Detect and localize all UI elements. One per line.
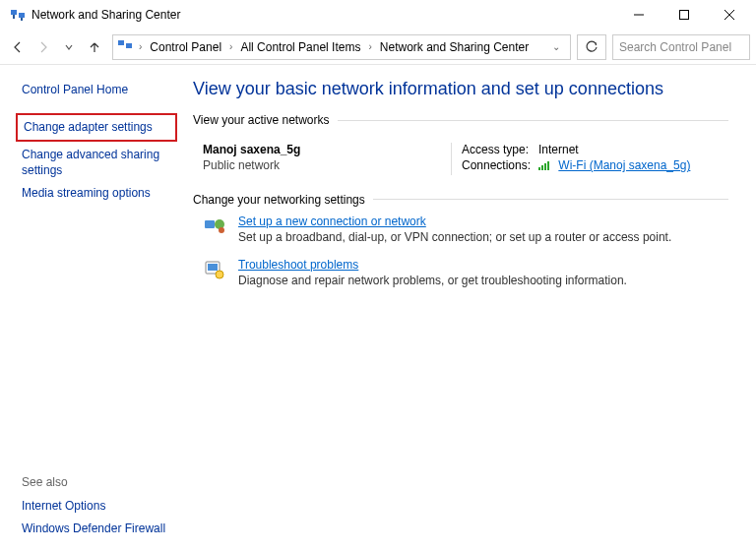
troubleshoot-icon: [203, 258, 226, 281]
active-network: Manoj saxena_5g Public network Access ty…: [193, 131, 728, 193]
forward-button[interactable]: [32, 35, 55, 59]
chevron-right-icon[interactable]: ›: [137, 41, 144, 52]
svg-point-21: [216, 271, 223, 278]
window-title: Network and Sharing Center: [32, 8, 616, 22]
sidebar-link-sharing[interactable]: Change advanced sharing settings: [22, 144, 171, 183]
search-box[interactable]: [612, 34, 750, 60]
network-name: Manoj saxena_5g: [203, 143, 451, 156]
breadcrumb-item[interactable]: All Control Panel Items: [238, 40, 362, 54]
address-dropdown[interactable]: ⌄: [546, 41, 566, 52]
active-networks-text: View your active networks: [193, 113, 330, 127]
chevron-right-icon[interactable]: ›: [227, 41, 234, 52]
setting-setup-connection: Set up a new connection or network Set u…: [193, 211, 728, 254]
access-type-label: Access type:: [462, 143, 538, 156]
svg-rect-1: [19, 13, 25, 18]
svg-rect-0: [11, 10, 17, 15]
address-icon: [117, 37, 133, 56]
connection-icon: [203, 215, 226, 238]
up-button[interactable]: [83, 35, 106, 59]
sidebar-link-media[interactable]: Media streaming options: [22, 182, 171, 205]
see-also-firewall[interactable]: Windows Defender Firewall: [22, 518, 171, 540]
content: Control Panel Home Change adapter settin…: [0, 65, 756, 552]
network-type: Public network: [203, 158, 451, 172]
setup-connection-link[interactable]: Set up a new connection or network: [238, 215, 426, 228]
connections-label: Connections:: [462, 158, 538, 173]
svg-rect-13: [541, 165, 543, 170]
app-icon: [10, 7, 26, 23]
sidebar-home[interactable]: Control Panel Home: [22, 79, 171, 101]
breadcrumb-item[interactable]: Control Panel: [148, 40, 223, 54]
connection-link[interactable]: Wi-Fi (Manoj saxena_5g): [558, 158, 690, 172]
main-panel: View your basic network information and …: [183, 65, 756, 552]
search-input[interactable]: [619, 40, 756, 54]
sidebar: Control Panel Home Change adapter settin…: [0, 65, 183, 552]
svg-rect-12: [538, 167, 540, 170]
svg-rect-16: [205, 220, 215, 228]
svg-rect-14: [544, 163, 546, 170]
setting-troubleshoot: Troubleshoot problems Diagnose and repai…: [193, 254, 728, 297]
recent-dropdown[interactable]: [57, 35, 81, 59]
svg-rect-9: [126, 43, 132, 48]
chevron-right-icon[interactable]: ›: [366, 41, 373, 52]
refresh-button[interactable]: [577, 34, 606, 60]
setup-connection-desc: Set up a broadband, dial-up, or VPN conn…: [238, 230, 671, 244]
see-also-label: See also: [22, 475, 171, 489]
page-heading: View your basic network information and …: [193, 79, 728, 99]
change-settings-label: Change your networking settings: [193, 193, 728, 207]
breadcrumb-item[interactable]: Network and Sharing Center: [378, 40, 531, 54]
close-button[interactable]: [707, 0, 752, 30]
svg-rect-3: [21, 18, 23, 21]
navbar: › Control Panel › All Control Panel Item…: [0, 30, 756, 65]
back-button[interactable]: [6, 35, 30, 59]
sidebar-link-adapter[interactable]: Change adapter settings: [16, 113, 177, 142]
address-bar[interactable]: › Control Panel › All Control Panel Item…: [112, 34, 571, 60]
change-settings-text: Change your networking settings: [193, 193, 365, 207]
svg-rect-2: [13, 15, 15, 19]
svg-rect-20: [208, 264, 218, 271]
svg-point-18: [219, 227, 224, 233]
troubleshoot-desc: Diagnose and repair network problems, or…: [238, 274, 627, 287]
maximize-button[interactable]: [662, 0, 707, 30]
titlebar: Network and Sharing Center: [0, 0, 756, 30]
troubleshoot-link[interactable]: Troubleshoot problems: [238, 258, 358, 272]
window-controls: [616, 0, 752, 30]
svg-rect-5: [680, 11, 689, 20]
access-type-value: Internet: [538, 143, 579, 156]
see-also-internet-options[interactable]: Internet Options: [22, 495, 171, 518]
minimize-button[interactable]: [616, 0, 662, 30]
wifi-signal-icon: [538, 159, 552, 173]
active-networks-label: View your active networks: [193, 113, 728, 127]
svg-rect-15: [547, 161, 549, 170]
svg-rect-8: [118, 40, 124, 45]
